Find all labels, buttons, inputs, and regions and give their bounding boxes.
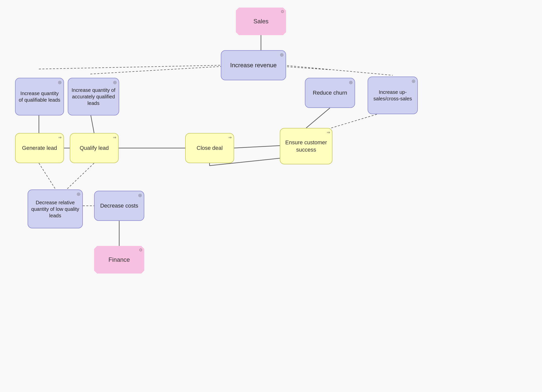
increase-qualified-node[interactable]: ◎ Increase quantity of accurately qualif…: [68, 78, 119, 115]
finance-node[interactable]: ⊙ Finance: [94, 246, 144, 274]
reduce-churn-icon: ◎: [349, 80, 353, 85]
decrease-relative-label: Decrease relative quantity of low qualit…: [31, 199, 80, 219]
reduce-churn-node[interactable]: ◎ Reduce churn: [305, 78, 355, 108]
diagram-container: ⊙ Sales ◎ Increase revenue ◎ Increase qu…: [0, 0, 542, 392]
generate-lead-label: Generate lead: [22, 145, 57, 152]
increase-upsales-icon: ◎: [412, 79, 415, 84]
svg-line-5: [284, 67, 330, 70]
close-deal-node[interactable]: ⇒ Close deal: [185, 133, 234, 163]
svg-line-11: [90, 113, 94, 133]
generate-lead-icon: ⇒: [58, 135, 61, 140]
svg-line-1: [39, 65, 221, 69]
increase-qualifiable-label: Increase quantity of qualifiable leads: [18, 90, 61, 103]
increase-revenue-icon: ◎: [280, 52, 284, 57]
finance-icon: ⊙: [139, 247, 142, 253]
increase-qualifiable-node[interactable]: ◎ Increase quantity of qualifiable leads: [15, 78, 64, 115]
ensure-success-label: Ensure customer success: [283, 139, 329, 153]
svg-line-19: [306, 108, 330, 128]
toggle-icon: ⊙: [281, 9, 284, 14]
sales-node[interactable]: ⊙ Sales: [236, 8, 286, 35]
generate-lead-node[interactable]: ⇒ Generate lead: [15, 133, 64, 163]
svg-line-27: [65, 163, 94, 191]
increase-revenue-label: Increase revenue: [230, 61, 277, 69]
svg-line-17: [233, 146, 281, 148]
decrease-costs-node[interactable]: ◎ Decrease costs: [94, 191, 144, 221]
ensure-success-icon: ⇒: [327, 130, 330, 135]
increase-qualifiable-icon: ◎: [58, 80, 61, 85]
svg-line-7: [284, 65, 393, 75]
decrease-relative-icon: ◎: [77, 191, 80, 197]
decrease-costs-label: Decrease costs: [100, 202, 138, 210]
qualify-lead-node[interactable]: ⇒ Qualify lead: [70, 133, 119, 163]
increase-qualified-label: Increase quantity of accurately qualifie…: [71, 87, 116, 106]
svg-line-3: [90, 66, 233, 74]
ensure-success-node[interactable]: ⇒ Ensure customer success: [280, 128, 332, 164]
svg-line-20: [331, 113, 381, 128]
reduce-churn-label: Reduce churn: [313, 89, 347, 97]
close-deal-icon: ⇒: [228, 135, 232, 140]
qualify-lead-label: Qualify lead: [80, 145, 109, 152]
svg-line-25: [39, 163, 56, 191]
increase-revenue-node[interactable]: ◎ Increase revenue: [221, 50, 286, 80]
increase-qualified-icon: ◎: [113, 80, 117, 85]
increase-upsales-label: Increase up-sales/cross-sales: [371, 89, 415, 102]
close-deal-label: Close deal: [197, 145, 223, 152]
sales-label: Sales: [253, 17, 268, 25]
qualify-lead-icon: ⇒: [113, 135, 116, 140]
finance-label: Finance: [108, 256, 130, 264]
decrease-relative-node[interactable]: ◎ Decrease relative quantity of low qual…: [28, 189, 83, 228]
decrease-costs-icon: ◎: [138, 193, 142, 198]
increase-upsales-node[interactable]: ◎ Increase up-sales/cross-sales: [368, 77, 418, 114]
